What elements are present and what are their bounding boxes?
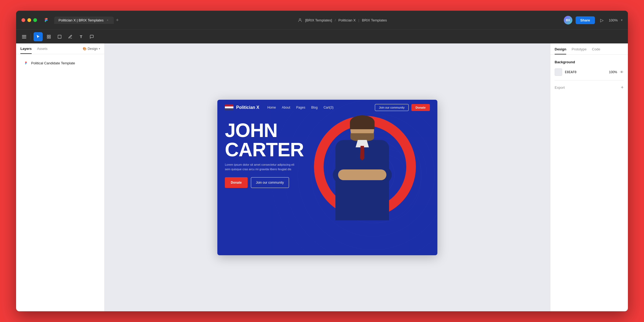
comment-tool-button[interactable]	[87, 32, 96, 41]
svg-rect-3	[47, 37, 49, 38]
design-panel-tab[interactable]: Design	[555, 47, 566, 54]
canvas-area[interactable]: Politician X Home About Pages Blog Cart(…	[105, 43, 550, 311]
tab-label: Politician X | BRIX Templates	[58, 18, 104, 22]
minimize-button[interactable]	[27, 18, 31, 22]
layer-item-political[interactable]: Political Candidate Template	[20, 58, 100, 68]
nav-link-cart[interactable]: Cart(3)	[324, 106, 334, 109]
nav-link-home[interactable]: Home	[267, 106, 276, 109]
hamburger-line	[22, 38, 26, 38]
export-row: Export +	[555, 85, 624, 90]
hero-last-name: CARTER	[225, 140, 430, 159]
hero-content: JOHN CARTER Lorem ipsum dolor sit amet c…	[217, 115, 437, 188]
tab-close-icon[interactable]: ×	[106, 18, 109, 22]
title-bar-right: BX Share ▷ 100% ▾	[564, 16, 623, 24]
active-tab[interactable]: Politician X | BRIX Templates ×	[54, 17, 114, 24]
prototype-panel-tab[interactable]: Prototype	[572, 47, 587, 54]
frame-tool-button[interactable]	[44, 32, 53, 41]
play-button[interactable]: ▷	[598, 17, 606, 24]
nav-link-pages[interactable]: Pages	[296, 106, 305, 109]
layers-tab[interactable]: Layers	[20, 47, 32, 54]
traffic-lights	[21, 18, 37, 22]
layer-figma-icon	[24, 61, 28, 65]
visibility-toggle-icon[interactable]: 👁	[620, 70, 624, 74]
left-panel: Layers Assets 🎨 Design ▾	[16, 43, 105, 311]
pen-icon	[68, 35, 72, 39]
nav-link-about[interactable]: About	[282, 106, 290, 109]
svg-point-0	[299, 18, 301, 20]
right-panel-content: Background E8EAF0 100% 👁 Export +	[550, 55, 628, 311]
tab-bar: Politician X | BRIX Templates × +	[54, 16, 121, 24]
user-icon	[298, 18, 302, 23]
main-layout: Layers Assets 🎨 Design ▾	[16, 43, 628, 311]
site-logo: Politician X	[225, 105, 259, 110]
panel-divider	[555, 80, 624, 80]
background-row: E8EAF0 100% 👁	[555, 68, 624, 76]
breadcrumb-sep1: /	[335, 18, 336, 22]
shape-icon	[57, 35, 62, 39]
hamburger-line	[22, 35, 26, 36]
layer-name-label: Political Candidate Template	[31, 61, 75, 65]
title-breadcrumb: [BRIX Templates] / Politician X | BRIX T…	[124, 18, 560, 23]
hero-description: Lorem ipsum dolor sit amet consectetur a…	[225, 162, 295, 172]
close-button[interactable]	[21, 18, 25, 22]
select-tool-button[interactable]	[34, 32, 43, 41]
toolbar: T	[16, 29, 628, 43]
breadcrumb-org: [BRIX Templates]	[305, 18, 332, 22]
design-tab-left[interactable]: 🎨 Design ▾	[83, 47, 100, 54]
flag-top	[225, 105, 233, 106]
toolbar-divider	[31, 34, 31, 40]
svg-rect-4	[49, 37, 50, 38]
breadcrumb-file: BRIX Templates	[362, 18, 387, 22]
export-label: Export	[555, 86, 565, 90]
breadcrumb-sep2: |	[358, 18, 359, 22]
site-nav: Politician X Home About Pages Blog Cart(…	[217, 100, 437, 115]
svg-rect-5	[58, 35, 61, 38]
tab-add-icon[interactable]: +	[114, 16, 121, 24]
svg-rect-2	[49, 35, 50, 36]
donate-hero-button[interactable]: Donate	[225, 177, 248, 188]
nav-link-blog[interactable]: Blog	[311, 106, 318, 109]
flag-bot	[225, 108, 233, 110]
comment-icon	[90, 35, 94, 39]
flag-mid	[225, 106, 233, 108]
hero-first-name: JOHN	[225, 121, 430, 140]
site-nav-actions: Join our community Donate	[375, 104, 430, 111]
site-logo-text: Politician X	[236, 105, 259, 110]
share-button[interactable]: Share	[576, 16, 595, 24]
layers-panel-content: Political Candidate Template	[16, 54, 104, 311]
site-nav-links: Home About Pages Blog Cart(3)	[267, 106, 375, 109]
pen-tool-button[interactable]	[66, 32, 75, 41]
zoom-level[interactable]: 100%	[609, 18, 618, 22]
right-panel-tabs: Design Prototype Code	[550, 43, 628, 55]
export-add-icon[interactable]: +	[621, 85, 624, 90]
avatar[interactable]: BX	[564, 16, 572, 24]
zoom-chevron-icon[interactable]: ▾	[621, 18, 623, 22]
text-icon: T	[80, 34, 82, 39]
hero-actions: Donate Join our community	[225, 177, 430, 188]
donate-nav-button[interactable]: Donate	[411, 104, 430, 111]
app-window: Politician X | BRIX Templates × + [BRIX …	[16, 11, 628, 311]
join-community-nav-button[interactable]: Join our community	[375, 104, 408, 111]
background-color-swatch[interactable]	[555, 68, 562, 76]
join-hero-button[interactable]: Join our community	[251, 177, 289, 188]
background-section-label: Background	[555, 60, 624, 64]
hamburger-line	[22, 36, 26, 37]
breadcrumb-project: Politician X	[338, 18, 356, 22]
flag-icon	[225, 105, 233, 110]
background-color-value: E8EAF0	[565, 70, 604, 74]
svg-rect-1	[47, 35, 49, 36]
menu-icon[interactable]	[20, 34, 28, 40]
code-panel-tab[interactable]: Code	[592, 47, 600, 54]
text-tool-button[interactable]: T	[76, 32, 86, 41]
figma-logo-icon	[42, 16, 50, 24]
right-panel: Design Prototype Code Background E8EAF0 …	[550, 43, 628, 311]
shape-tool-button[interactable]	[55, 32, 64, 41]
background-opacity-value: 100%	[606, 70, 617, 74]
website-preview: Politician X Home About Pages Blog Cart(…	[217, 100, 437, 255]
title-bar: Politician X | BRIX Templates × + [BRIX …	[16, 11, 628, 29]
left-panel-tabs: Layers Assets 🎨 Design ▾	[16, 43, 104, 54]
maximize-button[interactable]	[33, 18, 37, 22]
cursor-icon	[36, 35, 40, 39]
frame-icon	[47, 35, 51, 39]
assets-tab[interactable]: Assets	[37, 47, 47, 54]
